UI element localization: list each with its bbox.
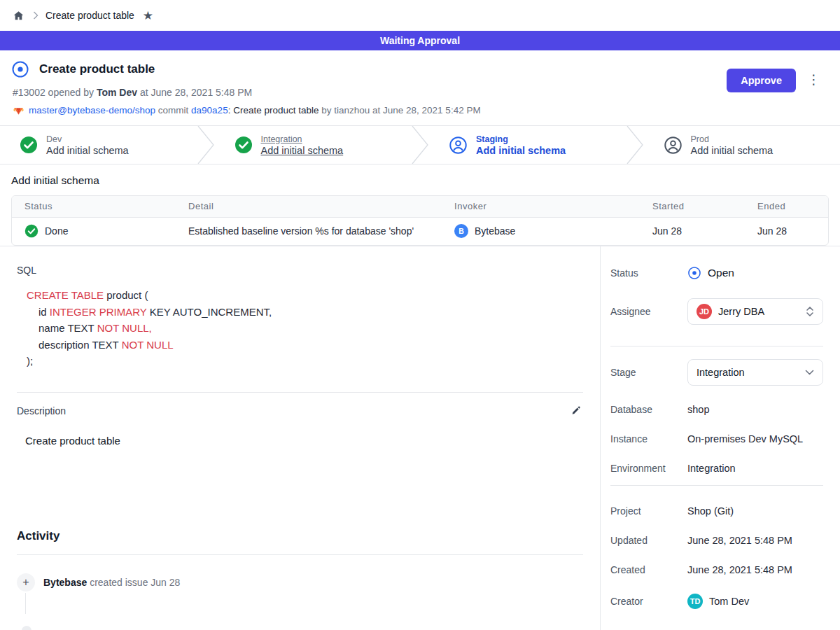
stage-env-label: Prod [691, 134, 774, 144]
creator-avatar: TD [687, 594, 703, 609]
branch-link[interactable]: master@bytebase-demo/shop [29, 105, 155, 115]
stage-dev[interactable]: Dev Add initial schema [0, 126, 197, 164]
user-circle-icon [449, 136, 468, 155]
sql-keyword: NOT NULL, [97, 322, 152, 334]
database-label: Database [610, 404, 687, 415]
edit-description-button[interactable] [569, 404, 583, 418]
created-label: Created [610, 564, 687, 575]
stage-prod[interactable]: Prod Add initial schema [644, 126, 840, 164]
col-started: Started [640, 196, 745, 217]
assignee-value: Jerry DBA [718, 306, 764, 317]
issue-open-icon [11, 60, 29, 78]
stage-select[interactable]: Integration [687, 359, 823, 386]
stage-separator-icon [411, 126, 429, 164]
issue-header: Create product table #13002 opened by To… [0, 50, 840, 125]
issue-number: #13002 opened by [13, 87, 94, 98]
instance-label: Instance [610, 433, 687, 444]
stage-env-label: Integration [261, 134, 344, 144]
updown-chevrons-icon [806, 306, 814, 317]
commit-word: commit [158, 105, 189, 115]
divider [17, 392, 583, 393]
creator-label: Creator [610, 596, 687, 607]
bookmark-star-button[interactable]: ★ [141, 8, 155, 23]
description-text[interactable]: Create product table [25, 435, 583, 447]
col-detail: Detail [176, 196, 442, 217]
environment-value: Integration [687, 463, 736, 474]
status-open-icon [687, 266, 701, 280]
check-circle-icon [20, 136, 38, 154]
status-label: Status [610, 267, 687, 279]
col-ended: Ended [745, 196, 828, 217]
home-button[interactable] [11, 8, 26, 23]
stage-separator-icon [626, 126, 644, 164]
sql-text: id [38, 306, 50, 318]
home-icon [13, 10, 24, 22]
stage-task-label: Add initial schema [691, 145, 774, 156]
gitlab-icon [13, 104, 24, 115]
activity-date: Jun 28 [150, 577, 180, 588]
more-actions-button[interactable]: ⋮ [804, 69, 823, 90]
page-title: Create product table [39, 62, 155, 76]
activity-timeline-line [25, 593, 26, 614]
project-value: Shop (Git) [687, 505, 734, 517]
col-status: Status [12, 196, 176, 217]
stage-env-label: Staging [476, 134, 566, 144]
sql-label: SQL [17, 265, 583, 276]
approve-button[interactable]: Approve [727, 69, 796, 92]
bytebase-issue-page: Create product table ★ Waiting Approval … [0, 0, 840, 630]
kebab-menu-icon: ⋮ [806, 70, 822, 89]
pipeline-stage-bar: Dev Add initial schema Integration Add i… [0, 125, 840, 164]
activity-item: + Bytebase created issue Jun 28 [17, 573, 583, 592]
user-circle-icon [664, 136, 682, 155]
stage-label: Stage [610, 367, 687, 378]
stage-staging[interactable]: Staging Add initial schema [429, 126, 626, 164]
approval-banner: Waiting Approval [0, 31, 840, 50]
task-started: Jun 28 [640, 217, 745, 245]
assignee-select[interactable]: JD Jerry DBA [687, 298, 823, 325]
stage-integration[interactable]: Integration Add initial schema [215, 126, 412, 164]
breadcrumb: Create product table ★ [0, 0, 840, 31]
creator-value: Tom Dev [709, 596, 749, 607]
plus-icon: + [17, 573, 35, 592]
issue-meta: #13002 opened by Tom Dev at June 28, 202… [13, 87, 727, 98]
divider [610, 485, 823, 486]
approval-banner-text: Waiting Approval [380, 35, 460, 46]
status-value: Open [708, 267, 734, 279]
database-value: shop [687, 404, 709, 415]
task-detail: Established baseline version %s for data… [176, 217, 442, 245]
commit-hash-link[interactable]: da90a25 [191, 105, 228, 115]
stage-value: Integration [696, 367, 745, 378]
star-icon: ★ [143, 10, 153, 22]
sql-keyword: CREATE TABLE [27, 289, 104, 301]
stage-task-label: Add initial schema [46, 145, 129, 156]
sql-text: description TEXT [38, 339, 122, 351]
assignee-label: Assignee [610, 306, 687, 317]
description-label: Description [17, 405, 66, 416]
activity-actor: Bytebase [43, 577, 87, 588]
project-label: Project [610, 505, 687, 517]
task-invoker: Bytebase [475, 225, 515, 237]
issue-content-panel: SQL CREATE TABLE product ( id INTEGER PR… [0, 246, 601, 630]
stage-task-label: Add initial schema [261, 145, 344, 156]
task-status: Done [45, 225, 68, 237]
task-section-title: Add initial schema [11, 174, 829, 187]
stage-separator-icon [197, 126, 215, 164]
task-table: Status Detail Invoker Started Ended [12, 196, 828, 245]
divider [610, 346, 823, 346]
table-row[interactable]: Done Established baseline version %s for… [12, 217, 828, 245]
sql-keyword: NOT NULL [122, 339, 174, 351]
divider [17, 554, 583, 555]
task-ended: Jun 28 [745, 217, 828, 245]
task-table-header: Status Detail Invoker Started Ended [12, 196, 828, 217]
chevron-down-icon [805, 370, 814, 375]
sql-text: KEY AUTO_INCREMENT, [146, 306, 272, 318]
task-section: Add initial schema Status Detail Invoker… [0, 164, 840, 246]
commit-line: master@bytebase-demo/shop commit da90a25… [13, 104, 727, 115]
check-circle-icon [24, 224, 38, 238]
check-circle-icon [234, 136, 253, 154]
chevron-right-icon [33, 11, 38, 20]
sql-text: product ( [104, 289, 148, 301]
sql-text: name TEXT [38, 322, 97, 334]
sql-code-block: CREATE TABLE product ( id INTEGER PRIMAR… [27, 287, 583, 370]
instance-value: On-premises Dev MySQL [687, 433, 803, 444]
